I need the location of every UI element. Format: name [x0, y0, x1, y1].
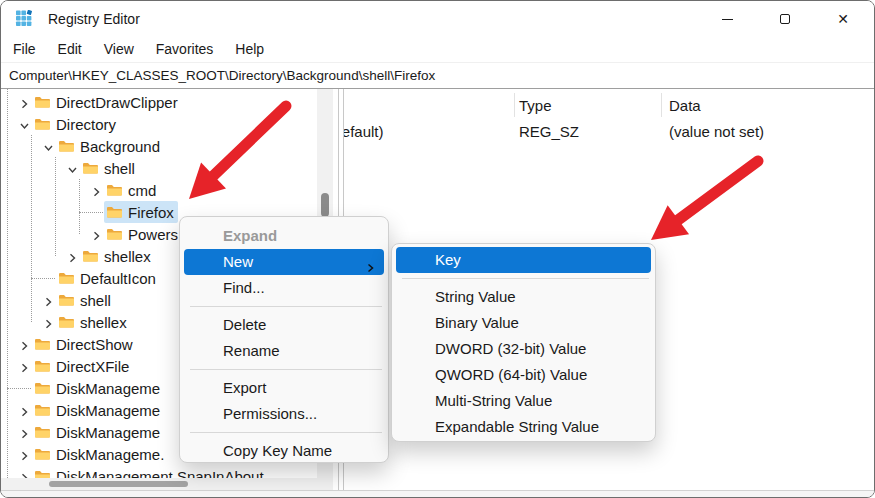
- chevron-down-icon[interactable]: [67, 162, 78, 174]
- tree-item-label: DirectShow: [56, 336, 133, 353]
- maximize-button[interactable]: [756, 1, 814, 37]
- value-data-cell: (value not set): [669, 123, 764, 140]
- context-menu-item-rename[interactable]: Rename: [184, 338, 384, 364]
- maximize-icon: [780, 14, 790, 24]
- tree-item-label: Background: [80, 138, 160, 155]
- chevron-down-icon[interactable]: [43, 140, 54, 152]
- submenu-item-expandable-string-value[interactable]: Expandable String Value: [396, 414, 651, 440]
- tree-item-directory[interactable]: Directory: [1, 113, 338, 135]
- tree-item-content[interactable]: DiskManageme.: [32, 443, 168, 465]
- chevron-right-icon[interactable]: [91, 184, 102, 196]
- tree-horizontal-scrollbar-thumb[interactable]: [49, 481, 188, 487]
- submenu-item-multi-string-value[interactable]: Multi-String Value: [396, 388, 651, 414]
- column-separator[interactable]: [514, 93, 515, 117]
- chevron-right-icon[interactable]: [43, 316, 54, 328]
- folder-icon: [34, 117, 51, 131]
- context-menu-item-delete[interactable]: Delete: [184, 312, 384, 338]
- tree-item-label: Powers: [128, 226, 178, 243]
- column-header-type[interactable]: Type: [519, 97, 552, 114]
- tree-item-content[interactable]: DefaultIcon: [56, 267, 160, 289]
- folder-icon: [34, 359, 51, 373]
- tree-item-content[interactable]: DiskManageme: [32, 399, 164, 421]
- tree-item-content[interactable]: Directory: [32, 113, 120, 135]
- menu-separator: [180, 427, 388, 438]
- tree-item-label: cmd: [128, 182, 156, 199]
- tree-item-label: DiskManageme.: [56, 446, 164, 463]
- tree-item-content[interactable]: Firefox: [104, 201, 178, 223]
- registry-editor-icon: [15, 10, 33, 28]
- context-menu-item-copy-key-name[interactable]: Copy Key Name: [184, 438, 384, 464]
- menubar-item-view[interactable]: View: [93, 37, 145, 63]
- tree-item-content[interactable]: DirectDrawClipper: [32, 91, 182, 113]
- menubar-item-edit[interactable]: Edit: [47, 37, 93, 63]
- tree-item-shell[interactable]: shell: [1, 157, 338, 179]
- folder-icon: [34, 337, 51, 351]
- tree-item-content[interactable]: DirectShow: [32, 333, 137, 355]
- folder-icon: [82, 249, 99, 263]
- value-name-cell[interactable]: (Default): [344, 123, 384, 140]
- registry-path: Computer\HKEY_CLASSES_ROOT\Directory\Bac…: [9, 64, 435, 88]
- tree-item-content[interactable]: DirectXFile: [32, 355, 133, 377]
- tree-item-background[interactable]: Background: [1, 135, 338, 157]
- window-title: Registry Editor: [48, 1, 140, 37]
- tree-item-directdrawclipper[interactable]: DirectDrawClipper: [1, 91, 338, 113]
- context-menu-item-find[interactable]: Find...: [184, 275, 384, 301]
- chevron-right-icon[interactable]: [19, 338, 30, 350]
- tree-item-label: shellex: [104, 248, 151, 265]
- new-submenu: KeyString ValueBinary ValueDWORD (32-bit…: [391, 243, 656, 442]
- column-header-data[interactable]: Data: [669, 97, 701, 114]
- menu-bar: FileEditViewFavoritesHelp: [1, 37, 874, 63]
- submenu-item-key[interactable]: Key: [396, 247, 651, 273]
- submenu-item-qword-64-bit-value[interactable]: QWORD (64-bit) Value: [396, 362, 651, 388]
- folder-icon: [58, 293, 75, 307]
- tree-item-label: DirectXFile: [56, 358, 129, 375]
- column-separator[interactable]: [661, 93, 662, 117]
- tree-item-cmd[interactable]: cmd: [1, 179, 338, 201]
- submenu-item-dword-32-bit-value[interactable]: DWORD (32-bit) Value: [396, 336, 651, 362]
- folder-icon: [106, 205, 123, 219]
- chevron-right-icon[interactable]: [19, 404, 30, 416]
- tree-item-content[interactable]: shellex: [80, 245, 155, 267]
- chevron-down-icon[interactable]: [19, 118, 30, 130]
- tree-vertical-scrollbar-thumb[interactable]: [321, 193, 329, 217]
- folder-icon: [106, 183, 123, 197]
- tree-item-content[interactable]: shell: [56, 289, 115, 311]
- chevron-right-icon[interactable]: [91, 228, 102, 240]
- menu-separator: [180, 301, 388, 312]
- folder-icon: [58, 271, 75, 285]
- tree-item-content[interactable]: Powers: [104, 223, 182, 245]
- tree-item-content[interactable]: shellex: [56, 311, 131, 333]
- folder-icon: [58, 315, 75, 329]
- menubar-item-favorites[interactable]: Favorites: [145, 37, 225, 63]
- submenu-item-string-value[interactable]: String Value: [396, 284, 651, 310]
- context-menu-item-export[interactable]: Export: [184, 375, 384, 401]
- title-bar[interactable]: Registry Editor ✕: [1, 1, 874, 37]
- folder-icon: [82, 161, 99, 175]
- chevron-right-icon[interactable]: [43, 294, 54, 306]
- tree-item-content[interactable]: shell: [80, 157, 139, 179]
- minimize-button[interactable]: [698, 1, 756, 37]
- tree-item-content[interactable]: cmd: [104, 179, 160, 201]
- menubar-item-help[interactable]: Help: [224, 37, 275, 63]
- submenu-item-binary-value[interactable]: Binary Value: [396, 310, 651, 336]
- close-button[interactable]: ✕: [814, 1, 872, 37]
- menubar-item-file[interactable]: File: [2, 37, 47, 63]
- chevron-right-icon[interactable]: [19, 448, 30, 460]
- close-icon: ✕: [837, 12, 849, 26]
- tree-item-content[interactable]: DiskManageme: [32, 421, 164, 443]
- tree-item-content[interactable]: Background: [56, 135, 164, 157]
- context-menu: ExpandNewFind...DeleteRenameExportPermis…: [179, 216, 389, 463]
- chevron-right-icon[interactable]: [19, 426, 30, 438]
- address-bar[interactable]: Computer\HKEY_CLASSES_ROOT\Directory\Bac…: [1, 64, 874, 89]
- tree-item-label: DefaultIcon: [80, 270, 156, 287]
- context-menu-item-new[interactable]: New: [184, 249, 384, 275]
- chevron-right-icon[interactable]: [67, 250, 78, 262]
- tree-item-label: DirectDrawClipper: [56, 94, 178, 111]
- context-menu-item-expand: Expand: [184, 223, 384, 249]
- tree-item-label: shellex: [80, 314, 127, 331]
- context-menu-item-permissions[interactable]: Permissions...: [184, 401, 384, 427]
- chevron-right-icon[interactable]: [19, 96, 30, 108]
- tree-horizontal-scrollbar[interactable]: [1, 478, 333, 490]
- chevron-right-icon[interactable]: [19, 360, 30, 372]
- tree-item-content[interactable]: DiskManageme: [32, 377, 164, 399]
